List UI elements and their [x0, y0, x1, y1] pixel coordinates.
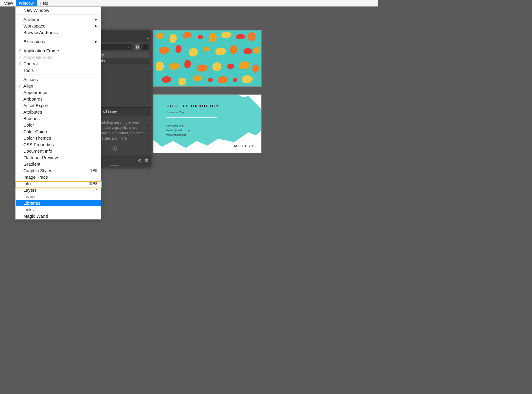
menu-appearance[interactable]: Appearance [16, 89, 101, 96]
menu-brushes[interactable]: Brushes [16, 115, 101, 122]
grid-icon [136, 46, 139, 49]
menu-application-bar: ✓Application Bar [16, 54, 101, 60]
menu-gradient[interactable]: Gradient [16, 161, 101, 167]
menu-control[interactable]: ✓Control [16, 60, 101, 67]
submenu-arrow-icon: ▶ [95, 18, 97, 21]
card-web: www.melozo.net [166, 133, 219, 137]
menu-layers[interactable]: LayersF7 [16, 187, 101, 193]
card-divider [166, 117, 217, 118]
menu-actions[interactable]: Actions [16, 76, 101, 83]
menu-attributes[interactable]: Attributes [16, 109, 101, 115]
menu-help[interactable]: Help [37, 0, 51, 6]
menu-info[interactable]: Info⌘F8 [16, 180, 101, 187]
card-brand: MELOZO [234, 144, 255, 148]
menu-view[interactable]: View [1, 0, 16, 6]
menu-application-frame[interactable]: ✓Application Frame [16, 47, 101, 54]
menu-color-guide[interactable]: Color Guide [16, 128, 101, 135]
menubar: View Window Help [0, 0, 378, 7]
menu-separator [16, 14, 101, 15]
menu-css-properties[interactable]: CSS Properties [16, 141, 101, 148]
menu-tools[interactable]: Tools [16, 67, 101, 73]
shortcut-label: ⌘F8 [89, 181, 97, 186]
menu-image-trace[interactable]: Image Trace [16, 174, 101, 180]
shortcut-label: F7 [93, 188, 97, 192]
list-view-button[interactable] [142, 44, 149, 50]
submenu-arrow-icon: ▶ [95, 40, 97, 43]
collapse-icon[interactable]: ‹‹ [147, 31, 150, 35]
menu-arrange[interactable]: Arrange▶ [16, 16, 101, 22]
menu-links[interactable]: Links [16, 206, 101, 213]
panel-menu-icon[interactable]: ≡ [144, 37, 151, 41]
menu-document-info[interactable]: Document Info [16, 148, 101, 154]
trash-icon[interactable]: 🗑 [145, 158, 148, 162]
card-contact: (567) 555 1234 lisette @ melozo.net www.… [166, 124, 219, 137]
menu-new-window[interactable]: New Window [16, 7, 101, 13]
creative-cloud-icon[interactable]: ⊚ [138, 158, 142, 163]
chevron-down-icon: ⌄ [127, 46, 130, 49]
menu-asset-export[interactable]: Asset Export [16, 102, 101, 109]
menu-magic-wand[interactable]: Magic Wand [16, 213, 101, 219]
card-title: Executive Chef [166, 111, 219, 114]
menu-color[interactable]: Color [16, 122, 101, 128]
artboard-business-card[interactable]: LISETTE ORDORICA Executive Chef (567) 55… [153, 94, 262, 153]
grid-view-button[interactable] [134, 44, 141, 50]
menu-extensions[interactable]: Extensions▶ [16, 38, 101, 45]
menu-window[interactable]: Window [16, 0, 37, 6]
check-icon: ✓ [18, 55, 22, 59]
card-name: LISETTE ORDORICA [166, 104, 219, 108]
check-icon: ✓ [18, 83, 22, 88]
menu-color-themes[interactable]: Color Themes [16, 135, 101, 141]
menu-flattener-preview[interactable]: Flattener Preview [16, 154, 101, 161]
card-text-block: LISETTE ORDORICA Executive Chef (567) 55… [166, 104, 219, 137]
menu-separator [16, 46, 101, 46]
check-icon: ✓ [18, 61, 22, 66]
window-dropdown: New Window Arrange▶ Workspace▶ Browse Ad… [15, 7, 101, 219]
submenu-arrow-icon: ▶ [95, 24, 97, 28]
menu-browse-addons[interactable]: Browse Add-ons... [16, 29, 101, 35]
card-phone: (567) 555 1234 [166, 124, 219, 128]
chevron-down-icon[interactable]: ⌄ [145, 67, 148, 70]
menu-graphic-styles[interactable]: Graphic Styles⇧F5 [16, 167, 101, 174]
menu-align[interactable]: ✓Align [16, 83, 101, 89]
check-icon: ✓ [18, 48, 22, 53]
menu-learn[interactable]: Learn [16, 193, 101, 200]
menu-separator [16, 75, 101, 75]
menu-workspace[interactable]: Workspace▶ [16, 22, 101, 29]
artboard-photo[interactable] [153, 30, 262, 87]
card-email: lisette @ melozo.net [166, 128, 219, 133]
shortcut-label: ⇧F5 [90, 168, 97, 173]
menu-separator [16, 37, 101, 37]
menu-libraries[interactable]: Libraries [16, 200, 101, 206]
list-icon [144, 46, 147, 49]
menu-artboards[interactable]: Artboards [16, 96, 101, 102]
